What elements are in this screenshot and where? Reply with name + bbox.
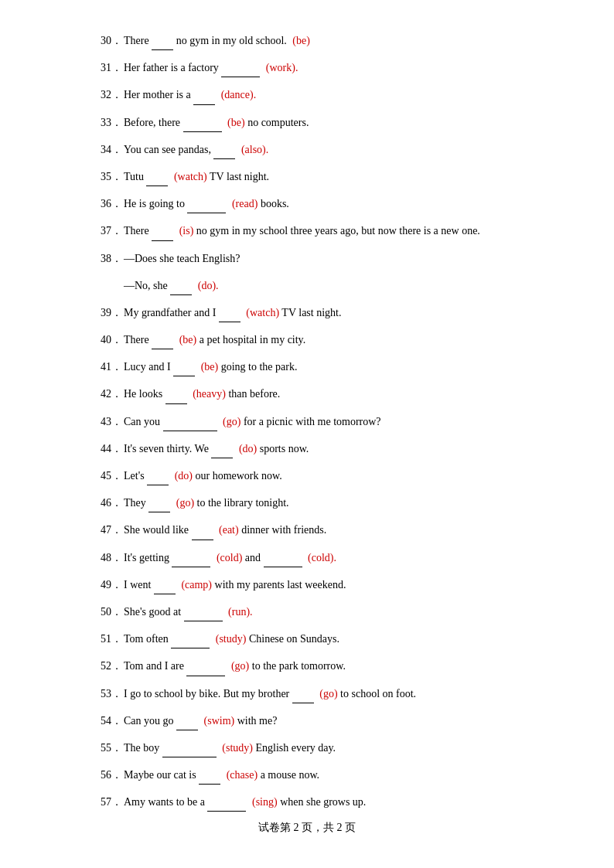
fill-blank[interactable]: [148, 502, 170, 512]
fill-blank[interactable]: [162, 747, 217, 757]
fill-blank[interactable]: [146, 175, 168, 186]
text-part: [170, 497, 173, 509]
hint-text: (study): [216, 633, 247, 645]
question-item: 50．She's good at (run).: [101, 602, 537, 621]
text-part: She would like: [124, 524, 192, 536]
question-text: —Does she teach English?: [124, 249, 537, 268]
question-text: She would like (eat) dinner with friends…: [124, 520, 537, 540]
question-item: 33．Before, there (be) no computers.: [101, 113, 537, 132]
fill-blank[interactable]: [163, 420, 217, 431]
text-part: —Does she teach English?: [124, 253, 240, 264]
question-text: I went (camp) with my parents last weeke…: [124, 575, 537, 594]
question-number: 44．: [101, 439, 124, 458]
question-item: 53．I go to school by bike. But my brothe…: [101, 684, 537, 703]
text-part: [217, 416, 220, 427]
page-content: 30．There no gym in my old school. (be)31…: [0, 0, 614, 868]
question-item: 34．You can see pandas, (also).: [101, 140, 537, 159]
fill-blank[interactable]: [219, 311, 240, 322]
text-part: Before, there: [124, 117, 183, 128]
fill-blank[interactable]: [199, 774, 220, 785]
fill-blank[interactable]: [207, 801, 246, 812]
hint-text: (run).: [228, 606, 253, 618]
hint-text: (cold): [217, 552, 242, 563]
text-part: to school on foot.: [338, 688, 417, 700]
fill-blank[interactable]: [183, 121, 222, 132]
question-number: 56．: [101, 765, 124, 785]
fill-blank[interactable]: [292, 693, 314, 703]
fill-blank[interactable]: [173, 366, 195, 376]
fill-blank[interactable]: [152, 339, 173, 349]
text-part: I went: [124, 579, 154, 591]
hint-text: (be): [179, 334, 197, 345]
fill-blank[interactable]: [211, 448, 233, 458]
question-item: 46．They (go) to the library tonight.: [101, 493, 537, 512]
hint-text: (sing): [252, 796, 278, 808]
fill-blank[interactable]: [192, 529, 213, 540]
fill-blank[interactable]: [171, 638, 210, 648]
question-number: 37．: [101, 221, 124, 240]
text-part: a pet hospital in my city.: [196, 334, 305, 345]
text-part: They: [124, 497, 148, 509]
text-part: [213, 524, 217, 536]
fill-blank[interactable]: [264, 557, 302, 567]
question-text: Can you go (swim) with me?: [124, 711, 537, 730]
question-text: Can you (go) for a picnic with me tomorr…: [124, 412, 537, 431]
hint-text: (also).: [241, 144, 268, 155]
fill-blank[interactable]: [152, 39, 173, 50]
text-part: dinner with friends.: [239, 524, 327, 536]
question-text: There (be) a pet hospital in my city.: [124, 330, 537, 349]
text-part: [173, 225, 176, 237]
text-part: [173, 334, 176, 345]
hint-text: (study): [222, 742, 253, 754]
question-number: 39．: [101, 303, 124, 322]
question-text: Let's (do) our homework now.: [124, 466, 537, 485]
question-item: 44．It's seven thirty. We (do) sports now…: [101, 439, 537, 458]
fill-blank[interactable]: [187, 203, 226, 213]
question-item: 39．My grandfather and I (watch) TV last …: [101, 303, 537, 322]
question-number: 35．: [101, 167, 124, 186]
fill-blank[interactable]: [172, 557, 210, 567]
fill-blank[interactable]: [170, 284, 192, 295]
question-number: 45．: [101, 466, 124, 485]
fill-blank[interactable]: [154, 584, 176, 594]
question-text: —No, she (do).: [124, 276, 537, 295]
question-number: 55．: [101, 738, 124, 757]
question-item: 48．It's getting (cold) and (cold).: [101, 548, 537, 567]
question-item: 31．Her father is a factory (work).: [101, 58, 537, 77]
fill-blank[interactable]: [147, 475, 169, 485]
fill-blank[interactable]: [184, 611, 223, 621]
hint-text: (camp): [181, 579, 212, 591]
text-part: [225, 660, 228, 672]
text-part: [187, 388, 190, 400]
question-list: 30．There no gym in my old school. (be)31…: [101, 31, 537, 812]
hint-text: (watch): [174, 171, 207, 182]
text-part: and: [242, 552, 263, 563]
question-number: 31．: [101, 58, 124, 77]
question-number: 38．: [101, 249, 124, 268]
text-part: with my parents last weekend.: [212, 579, 346, 591]
text-part: sports now.: [257, 443, 309, 454]
hint-text: (be): [227, 117, 245, 128]
fill-blank[interactable]: [186, 665, 225, 676]
fill-blank[interactable]: [213, 148, 235, 159]
fill-blank[interactable]: [221, 66, 260, 77]
text-part: TV last night.: [207, 171, 269, 182]
text-part: for a picnic with me tomorrow?: [240, 416, 380, 427]
hint-text: (do): [239, 443, 257, 454]
text-part: [235, 144, 238, 155]
fill-blank[interactable]: [176, 720, 198, 730]
fill-blank[interactable]: [152, 230, 173, 241]
hint-text: (go): [223, 416, 240, 427]
text-part: [240, 307, 244, 318]
question-number: 36．: [101, 194, 124, 213]
text-part: [217, 742, 220, 754]
text-part: [314, 688, 317, 700]
fill-blank[interactable]: [193, 94, 215, 105]
question-number: 34．: [101, 140, 124, 159]
text-part: [169, 470, 172, 482]
fill-blank[interactable]: [165, 393, 187, 404]
text-part: no computers.: [245, 117, 309, 128]
text-part: Let's: [124, 470, 147, 482]
question-item: 56．Maybe our cat is (chase) a mouse now.: [101, 765, 537, 785]
text-part: He is going to: [124, 198, 187, 209]
